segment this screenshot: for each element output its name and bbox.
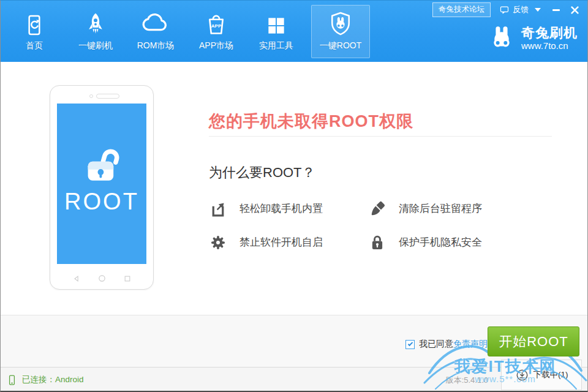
connection-status: 已连接：Android (7, 368, 84, 392)
feature-text: 保护手机隐私安全 (399, 235, 482, 249)
connected-phone-icon (7, 374, 17, 386)
start-root-button[interactable]: 开始ROOT (488, 326, 579, 356)
rocket-icon (83, 6, 108, 37)
tab-home-label: 首页 (26, 40, 43, 51)
tab-flash[interactable]: 一键刷机 (66, 5, 125, 58)
download-status-button[interactable]: 下载中(1) (501, 360, 582, 390)
page-title: 您的手机未取得ROOT权限 (209, 110, 413, 132)
feature-privacy: 保护手机隐私安全 (368, 225, 503, 259)
brand-logo: 奇兔刷机 www.7to.cn (488, 24, 578, 52)
tools-grid-icon (265, 6, 288, 37)
tab-root-label: 一键ROOT (320, 40, 361, 51)
uninstall-icon (209, 200, 227, 218)
app-bag-text: APP (211, 23, 222, 29)
phone-speaker-bar (96, 94, 119, 99)
phone-screen: ROOT (57, 104, 146, 264)
forum-button[interactable]: 奇兔技术论坛 (432, 2, 491, 17)
home-refresh-icon (22, 6, 47, 37)
brand-name: 奇兔刷机 (521, 25, 578, 40)
tab-home[interactable]: 首页 (5, 5, 64, 58)
feature-list: 轻松卸载手机内置 清除后台驻留程序 禁止软件开机自启 (209, 192, 503, 259)
download-icon (515, 368, 529, 382)
title-divider (209, 136, 552, 137)
feedback-label: 反馈 (513, 4, 529, 15)
tab-app-market[interactable]: APP APP市场 (187, 5, 246, 58)
agree-checkbox[interactable] (405, 340, 415, 349)
android-back-icon (73, 275, 80, 282)
phone-screen-text: ROOT (64, 189, 139, 215)
android-home-icon (98, 274, 106, 282)
tab-tools-label: 实用工具 (259, 40, 293, 51)
feature-autostart: 禁止软件开机自启 (209, 225, 368, 259)
android-recent-icon (124, 275, 131, 282)
qitu-root-window: 首页 一键刷机 ROM市场 (0, 0, 588, 392)
gear-icon (209, 233, 227, 252)
download-text: 下载中(1) (533, 369, 568, 380)
tab-rom-market-label: ROM市场 (137, 40, 175, 51)
minimize-icon (552, 9, 560, 11)
status-bar: 已连接：Android 版本:5.4.1.0 下载中(1) (1, 367, 587, 392)
titlebar-controls: 奇兔技术论坛 反馈 (432, 2, 584, 17)
action-panel: 我已同意 免责声明 开始ROOT (1, 315, 587, 367)
app-bag-icon: APP (203, 6, 229, 37)
agree-label: 我已同意 (419, 339, 453, 350)
version-text: 版本:5.4.1.0 (446, 375, 488, 386)
phone-nav-buttons (50, 274, 153, 282)
phone-illustration: ROOT (50, 85, 154, 290)
feature-clean: 清除后台驻留程序 (368, 192, 503, 225)
brand-url: www.7to.cn (521, 40, 578, 51)
lock-icon (368, 233, 386, 252)
tab-app-market-label: APP市场 (199, 40, 233, 51)
tab-flash-label: 一键刷机 (78, 40, 113, 51)
tab-rom-market[interactable]: ROM市场 (126, 5, 185, 58)
brush-icon (368, 200, 386, 218)
disclaimer-link[interactable]: 免责声明 (453, 339, 488, 350)
speech-bubble-icon (499, 5, 510, 15)
phone-camera-dot (89, 94, 93, 98)
why-root-heading: 为什么要ROOT？ (209, 164, 315, 182)
header-bar: 首页 一键刷机 ROM市场 (1, 1, 587, 62)
agree-row: 我已同意 免责声明 (405, 339, 488, 350)
rabbit-logo-icon (488, 24, 516, 52)
tab-tools[interactable]: 实用工具 (247, 5, 306, 58)
connection-text: 已连接：Android (22, 374, 84, 385)
feature-text: 禁止软件开机自启 (239, 235, 323, 249)
chevron-down-icon (535, 8, 541, 12)
feedback-button[interactable]: 反馈 (499, 4, 529, 15)
shield-rabbit-icon (327, 6, 354, 37)
feature-uninstall: 轻松卸载手机内置 (209, 192, 368, 225)
feature-text: 轻松卸载手机内置 (239, 202, 323, 216)
tab-root[interactable]: 一键ROOT (311, 5, 370, 58)
minimize-button[interactable] (547, 3, 565, 17)
feature-text: 清除后台驻留程序 (399, 202, 482, 216)
cloud-icon (141, 6, 170, 37)
close-icon (571, 6, 579, 14)
unlocked-padlock-icon (80, 143, 123, 183)
menu-dropdown-button[interactable] (529, 3, 547, 17)
checkmark-icon (407, 341, 412, 346)
close-button[interactable] (565, 3, 584, 17)
